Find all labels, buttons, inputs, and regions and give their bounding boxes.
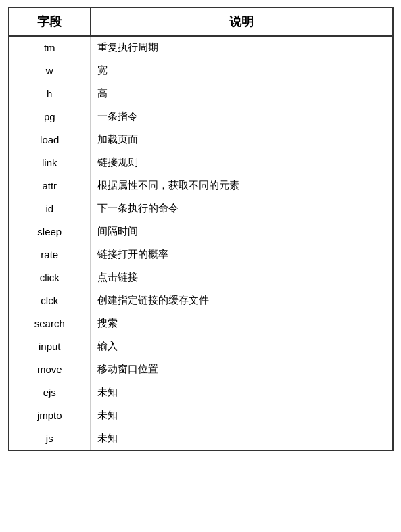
table-row: link链接规则 [9, 151, 392, 174]
field-cell: input [9, 335, 91, 358]
table-row: attr根据属性不同，获取不同的元素 [9, 174, 392, 197]
field-cell: w [9, 59, 91, 82]
table-row: js未知 [9, 427, 392, 450]
table-row: w宽 [9, 59, 392, 82]
table-row: sleep间隔时间 [9, 220, 392, 243]
description-cell: 点击链接 [91, 266, 392, 289]
description-cell: 重复执行周期 [91, 36, 392, 59]
header-field: 字段 [9, 8, 91, 36]
description-cell: 间隔时间 [91, 220, 392, 243]
table-row: click点击链接 [9, 266, 392, 289]
description-cell: 下一条执行的命令 [91, 197, 392, 220]
table-row: search搜索 [9, 312, 392, 335]
field-cell: tm [9, 36, 91, 59]
field-cell: js [9, 427, 91, 450]
field-cell: rate [9, 243, 91, 266]
description-cell: 未知 [91, 404, 392, 427]
field-cell: attr [9, 174, 91, 197]
description-cell: 链接打开的概率 [91, 243, 392, 266]
field-cell: clck [9, 289, 91, 312]
description-cell: 高 [91, 82, 392, 105]
table-row: tm重复执行周期 [9, 36, 392, 59]
table-row: h高 [9, 82, 392, 105]
field-cell: h [9, 82, 91, 105]
field-cell: click [9, 266, 91, 289]
description-cell: 宽 [91, 59, 392, 82]
description-cell: 输入 [91, 335, 392, 358]
table-row: pg一条指令 [9, 105, 392, 128]
table-row: ejs未知 [9, 381, 392, 404]
description-cell: 创建指定链接的缓存文件 [91, 289, 392, 312]
description-cell: 移动窗口位置 [91, 358, 392, 381]
table-row: load加载页面 [9, 128, 392, 151]
table-row: move移动窗口位置 [9, 358, 392, 381]
data-table: 字段 说明 tm重复执行周期w宽h高pg一条指令load加载页面link链接规则… [8, 7, 394, 451]
field-cell: jmpto [9, 404, 91, 427]
description-cell: 根据属性不同，获取不同的元素 [91, 174, 392, 197]
field-cell: move [9, 358, 91, 381]
table-row: rate链接打开的概率 [9, 243, 392, 266]
description-cell: 未知 [91, 427, 392, 450]
field-cell: search [9, 312, 91, 335]
table-row: id下一条执行的命令 [9, 197, 392, 220]
description-cell: 加载页面 [91, 128, 392, 151]
table-row: clck创建指定链接的缓存文件 [9, 289, 392, 312]
description-cell: 一条指令 [91, 105, 392, 128]
field-cell: link [9, 151, 91, 174]
field-cell: load [9, 128, 91, 151]
field-cell: pg [9, 105, 91, 128]
description-cell: 链接规则 [91, 151, 392, 174]
description-cell: 搜索 [91, 312, 392, 335]
table-row: jmpto未知 [9, 404, 392, 427]
header-description: 说明 [91, 8, 392, 36]
table-row: input输入 [9, 335, 392, 358]
description-cell: 未知 [91, 381, 392, 404]
field-cell: id [9, 197, 91, 220]
field-cell: sleep [9, 220, 91, 243]
field-cell: ejs [9, 381, 91, 404]
